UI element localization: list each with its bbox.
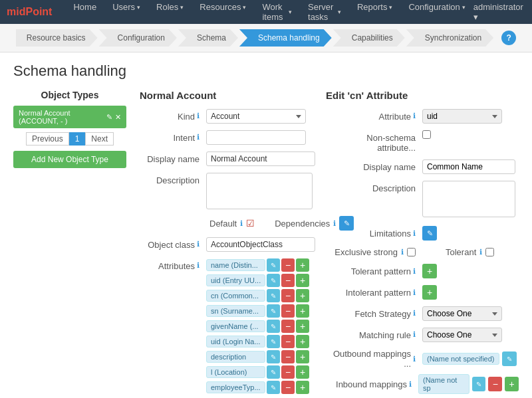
intent-input[interactable]	[206, 130, 306, 145]
attr-plus-btn-7[interactable]: +	[296, 365, 309, 379]
inbound-plus-button[interactable]: +	[505, 377, 519, 391]
cn-attribute-info-icon[interactable]: ℹ	[413, 112, 416, 120]
cn-display-name-control	[422, 159, 515, 174]
wizard-step-resource-basics[interactable]: Resource basics	[16, 29, 98, 47]
attr-minus-btn-5[interactable]: −	[281, 335, 295, 348]
tolerant-checkbox[interactable]	[485, 248, 494, 256]
admin-menu[interactable]: administrator ▾	[473, 2, 525, 22]
wizard-help-button[interactable]: ?	[501, 31, 516, 45]
attr-plus-btn-1[interactable]: +	[296, 274, 309, 287]
attr-plus-btn-8[interactable]: +	[296, 381, 309, 394]
tag-close-icon[interactable]: ✕	[115, 113, 121, 122]
cn-limitations-info-icon[interactable]: ℹ	[413, 229, 416, 238]
exclusive-strong-checkbox[interactable]	[407, 248, 416, 256]
cn-fetch-strategy-label: Fetch Strategy ℹ	[326, 306, 422, 319]
nav-home[interactable]: Home	[65, 2, 104, 12]
attr-minus-btn-8[interactable]: −	[281, 381, 295, 394]
nav-users[interactable]: Users ▾	[104, 2, 148, 12]
attr-row-3: sn (Surname... ✎ − +	[206, 304, 309, 318]
attr-plus-btn-0[interactable]: +	[296, 258, 309, 272]
cn-exclusive-row: Exclusive strong ℹ Tolerant ℹ	[326, 247, 519, 257]
attributes-list: name (Distin... ✎ − + uid (Entry UU... ✎…	[206, 258, 309, 396]
object-class-info-icon[interactable]: ℹ	[197, 240, 200, 249]
wizard-step-capabilities[interactable]: Capabilities	[333, 29, 405, 47]
inbound-edit-button[interactable]: ✎	[472, 377, 486, 391]
intolerant-pattern-info-icon[interactable]: ℹ	[413, 288, 416, 297]
attr-minus-btn-6[interactable]: −	[281, 350, 295, 363]
cn-display-name-input[interactable]	[422, 159, 515, 174]
object-class-input[interactable]	[206, 237, 315, 252]
display-name-input[interactable]	[206, 151, 315, 166]
outbound-edit-button[interactable]: ✎	[502, 351, 517, 366]
tolerant-info-icon[interactable]: ℹ	[479, 248, 482, 256]
attr-edit-btn-3[interactable]: ✎	[267, 304, 280, 318]
page-title: Schema handling	[13, 62, 519, 80]
matching-rule-select[interactable]: Choose One	[422, 328, 502, 342]
nav-configuration[interactable]: Configuration ▾	[400, 2, 473, 12]
cn-limitations-edit-button[interactable]: ✎	[422, 226, 437, 241]
matching-rule-info-icon[interactable]: ℹ	[413, 330, 416, 339]
wizard-step-schema-handling[interactable]: Schema handling	[239, 29, 332, 47]
wizard-step-synchronization[interactable]: Synchronization	[406, 29, 493, 47]
attr-edit-btn-1[interactable]: ✎	[267, 274, 280, 287]
add-object-type-button[interactable]: Add New Object Type	[13, 151, 126, 168]
dependencies-label: Dependencies	[275, 219, 330, 229]
attr-edit-btn-0[interactable]: ✎	[267, 258, 280, 272]
attributes-info-icon[interactable]: ℹ	[197, 261, 200, 270]
attr-minus-btn-0[interactable]: −	[281, 258, 295, 272]
cn-attribute-label: Attribute ℹ	[326, 109, 422, 122]
attr-plus-btn-5[interactable]: +	[296, 335, 309, 348]
nav-servertasks[interactable]: Server tasks ▾	[300, 2, 349, 22]
wizard-step-configuration[interactable]: Configuration	[99, 29, 177, 47]
wizard-step-schema[interactable]: Schema	[178, 29, 238, 47]
attr-row-5: uid (Login Na... ✎ − +	[206, 335, 309, 348]
attr-minus-btn-4[interactable]: −	[281, 320, 295, 333]
tolerant-pattern-add-button[interactable]: +	[422, 264, 437, 278]
nav-roles[interactable]: Roles ▾	[148, 2, 192, 12]
cn-attribute-select[interactable]: uid	[422, 109, 502, 124]
cn-inbound-row: Inbound mappings ℹ (Name not sp ✎ − +	[326, 374, 519, 394]
exclusive-strong-info-icon[interactable]: ℹ	[401, 248, 404, 256]
attr-minus-btn-3[interactable]: −	[281, 304, 295, 318]
attr-tag-7: l (Location)	[206, 366, 265, 378]
attr-plus-btn-4[interactable]: +	[296, 320, 309, 333]
inbound-info-icon[interactable]: ℹ	[409, 380, 412, 389]
inbound-minus-button[interactable]: −	[488, 377, 502, 391]
attr-plus-btn-3[interactable]: +	[296, 304, 309, 318]
attr-plus-btn-6[interactable]: +	[296, 350, 309, 363]
cn-non-schema-checkbox[interactable]	[422, 130, 431, 139]
nav-reports[interactable]: Reports ▾	[349, 2, 401, 12]
intolerant-pattern-add-button[interactable]: +	[422, 285, 437, 300]
intent-info-icon[interactable]: ℹ	[197, 133, 200, 142]
attr-plus-btn-2[interactable]: +	[296, 289, 309, 302]
prev-page-button[interactable]: Previous	[26, 132, 69, 146]
cn-description-textarea[interactable]	[422, 181, 515, 217]
attr-edit-btn-7[interactable]: ✎	[267, 365, 280, 379]
fetch-strategy-info-icon[interactable]: ℹ	[413, 309, 416, 318]
nav-resources[interactable]: Resources ▾	[192, 2, 254, 12]
tag-edit-icon[interactable]: ✎	[106, 113, 112, 122]
attr-edit-btn-6[interactable]: ✎	[267, 350, 280, 363]
fetch-strategy-select[interactable]: Choose One	[422, 306, 502, 321]
cn-tolerant-pattern-label: Tolerant pattern ℹ	[326, 266, 422, 276]
current-page-button[interactable]: 1	[69, 132, 86, 146]
attr-edit-btn-8[interactable]: ✎	[267, 381, 280, 394]
kind-select[interactable]: Account	[206, 109, 306, 124]
account-tag: Normal Account(ACCOUNT, - ) ✎ ✕	[13, 106, 126, 128]
attr-minus-btn-7[interactable]: −	[281, 365, 295, 379]
attr-edit-btn-4[interactable]: ✎	[267, 320, 280, 333]
kind-info-icon[interactable]: ℹ	[197, 112, 200, 120]
attr-row-4: givenName (... ✎ − +	[206, 320, 309, 333]
attr-edit-btn-5[interactable]: ✎	[267, 335, 280, 348]
default-info-icon[interactable]: ℹ	[240, 219, 243, 228]
attr-minus-btn-1[interactable]: −	[281, 274, 295, 287]
nav-workitems[interactable]: Work items ▾	[254, 2, 300, 22]
wizard-breadcrumb: Resource basics Configuration Schema Sch…	[0, 24, 532, 52]
attr-minus-btn-2[interactable]: −	[281, 289, 295, 302]
page-content: Schema handling Object Types Normal Acco…	[0, 52, 532, 398]
outbound-info-icon[interactable]: ℹ	[413, 355, 416, 363]
attr-edit-btn-2[interactable]: ✎	[267, 289, 280, 302]
tolerant-pattern-info-icon[interactable]: ℹ	[413, 267, 416, 276]
description-textarea[interactable]	[206, 173, 313, 209]
next-page-button[interactable]: Next	[85, 132, 114, 146]
